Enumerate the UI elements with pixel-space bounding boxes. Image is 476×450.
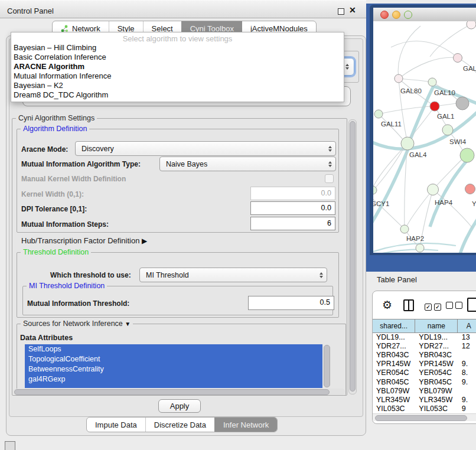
hub-definition-toggle[interactable]: Hub/Transcription Factor Definition ▶ bbox=[21, 236, 147, 245]
combo-arrows-icon bbox=[316, 272, 327, 278]
mi-steps-input[interactable]: 6 bbox=[250, 217, 335, 230]
settings-scrollbar[interactable] bbox=[348, 119, 357, 394]
attribute-list-item[interactable]: gal4RGexp bbox=[25, 374, 322, 384]
mi-threshold-group-title: MI Threshold Definition bbox=[27, 282, 107, 290]
network-edge[interactable] bbox=[373, 243, 456, 253]
table-cell: 12 bbox=[458, 342, 476, 350]
network-node[interactable] bbox=[467, 21, 476, 29]
table-cell: YLR345W bbox=[415, 396, 458, 404]
mi-threshold-label: Mutual Information Threshold: bbox=[27, 299, 129, 308]
which-threshold-combobox[interactable]: MI Threshold bbox=[139, 268, 327, 282]
table-row[interactable]: YPR145WYPR145W9. bbox=[373, 360, 476, 369]
aracne-mode-combobox[interactable]: Discovery bbox=[75, 141, 336, 156]
table-hscrollbar-thumb[interactable] bbox=[375, 415, 467, 421]
bottom-tab-infer-network[interactable]: Infer Network bbox=[214, 418, 277, 432]
table-row[interactable]: YBR045CYBR045C9. bbox=[373, 377, 476, 386]
mi-threshold-input[interactable]: 0.5 bbox=[248, 296, 334, 310]
node-label: GAL7 bbox=[463, 65, 476, 72]
network-edge[interactable] bbox=[373, 249, 438, 253]
sources-group-title: Sources for Network Inference ▼ bbox=[21, 319, 133, 328]
data-attributes-list[interactable]: SelfLoopsTopologicalCoefficientBetweenne… bbox=[25, 344, 322, 388]
network-node[interactable] bbox=[416, 244, 424, 252]
control-panel-titlebar: Control Panel ✕ bbox=[0, 0, 366, 18]
network-node[interactable] bbox=[374, 110, 383, 118]
network-edge[interactable] bbox=[407, 190, 433, 226]
column-header[interactable]: name bbox=[415, 319, 458, 332]
close-icon[interactable]: ✕ bbox=[349, 5, 356, 15]
network-edge[interactable] bbox=[399, 79, 432, 82]
network-node[interactable] bbox=[395, 74, 403, 83]
float-panel-icon[interactable] bbox=[338, 8, 344, 15]
table-row[interactable]: YLR345WYLR345W9. bbox=[373, 395, 476, 404]
close-traffic-light[interactable] bbox=[380, 11, 389, 19]
network-node[interactable] bbox=[465, 184, 475, 194]
attributes-scrollbar-thumb[interactable] bbox=[324, 345, 330, 387]
bottom-tab-discretize-data[interactable]: Discretize Data bbox=[145, 418, 214, 432]
dropdown-item[interactable]: Mutual Information Inference bbox=[11, 71, 344, 81]
threshold-definition-title: Threshold Definition bbox=[21, 248, 91, 256]
network-edge[interactable] bbox=[398, 26, 420, 79]
minimize-traffic-light[interactable] bbox=[392, 11, 400, 19]
table-row[interactable]: YBL079WYBL079W bbox=[373, 386, 476, 395]
attributes-hscrollbar-thumb[interactable] bbox=[14, 389, 330, 395]
table-hscrollbar[interactable] bbox=[373, 413, 476, 421]
network-node[interactable] bbox=[428, 184, 439, 195]
split-columns-icon[interactable] bbox=[403, 299, 414, 311]
table-cell: 9. bbox=[458, 360, 476, 368]
network-edge[interactable] bbox=[391, 41, 458, 58]
gear-icon[interactable]: ⚙ bbox=[382, 298, 392, 312]
network-node[interactable] bbox=[401, 137, 414, 150]
settings-scrollbar-thumb[interactable] bbox=[350, 121, 356, 392]
network-edge[interactable] bbox=[459, 216, 476, 253]
table-row[interactable]: YIL053CYIL053C9 bbox=[373, 405, 476, 413]
file-icon[interactable] bbox=[467, 298, 476, 312]
chevron-right-icon: ▶ bbox=[142, 237, 147, 245]
column-header[interactable]: A bbox=[458, 319, 476, 332]
attributes-hscrollbar[interactable] bbox=[13, 389, 345, 395]
zoom-traffic-light[interactable] bbox=[404, 11, 412, 19]
network-node[interactable] bbox=[428, 78, 436, 86]
table-row[interactable]: YBR043CYBR043C bbox=[373, 350, 476, 359]
bottom-tabbar: Impute DataDiscretize DataInfer Network bbox=[86, 417, 278, 432]
network-edge[interactable] bbox=[399, 57, 458, 79]
mi-algorithm-type-combobox[interactable]: Naive Bayes bbox=[159, 156, 336, 171]
table-row[interactable]: YDL19...YDL19...13 bbox=[373, 332, 476, 341]
algorithm-dropdown-list: Select algorithm to view settings Bayesi… bbox=[11, 32, 344, 102]
unchecked-boxes-icon[interactable] bbox=[446, 302, 462, 311]
network-node[interactable] bbox=[442, 125, 453, 135]
bottom-tab-impute-data[interactable]: Impute Data bbox=[87, 418, 145, 432]
table-row[interactable]: YDR27...YDR27...12 bbox=[373, 341, 476, 350]
column-header[interactable]: shared... bbox=[373, 319, 415, 332]
hub-definition-label: Hub/Transcription Factor Definition bbox=[21, 236, 139, 245]
node-label: GCY1 bbox=[373, 200, 389, 207]
table-row[interactable]: YER054CYER054C8. bbox=[373, 369, 476, 377]
kernel-width-input[interactable]: 0.0 bbox=[250, 187, 335, 200]
dropdown-item[interactable]: Bayesian – Hill Climbing bbox=[11, 43, 344, 53]
which-threshold-value: MI Threshold bbox=[140, 271, 316, 279]
dropdown-prompt: Select algorithm to view settings bbox=[11, 32, 344, 43]
attribute-list-item[interactable]: BetweennessCentrality bbox=[25, 364, 322, 374]
network-node[interactable] bbox=[430, 102, 439, 111]
attribute-list-item[interactable]: TopologicalCoefficient bbox=[25, 354, 322, 364]
network-node[interactable] bbox=[456, 97, 469, 110]
network-edge[interactable] bbox=[433, 190, 472, 228]
network-window: GAL7GAL80GAL10GAL1GAL11SWI4GAL4GCY1HAP4Y… bbox=[370, 5, 476, 255]
checked-boxes-icon[interactable]: ✓✓ bbox=[425, 302, 441, 311]
manual-kernel-width-checkbox[interactable] bbox=[325, 174, 334, 183]
network-window-titlebar[interactable] bbox=[373, 8, 476, 22]
network-canvas[interactable]: GAL7GAL80GAL10GAL1GAL11SWI4GAL4GCY1HAP4Y… bbox=[373, 21, 476, 253]
dropdown-item[interactable]: Dream8 DC_TDC Algorithm bbox=[11, 90, 344, 100]
dpi-tolerance-input[interactable]: 0.0 bbox=[250, 201, 335, 215]
network-node[interactable] bbox=[454, 54, 462, 63]
network-edge[interactable] bbox=[407, 86, 433, 146]
which-threshold-label: Which threshold to use: bbox=[50, 271, 131, 279]
apply-button[interactable]: Apply bbox=[158, 399, 201, 413]
attribute-list-item[interactable]: SelfLoops bbox=[25, 344, 322, 354]
dropdown-item[interactable]: Bayesian – K2 bbox=[11, 81, 344, 90]
collapsed-panel-icon[interactable] bbox=[5, 441, 15, 450]
dropdown-item[interactable]: ARACNE Algorithm bbox=[11, 62, 344, 71]
dropdown-item[interactable]: Basic Correlation Inference bbox=[11, 53, 344, 62]
network-node[interactable] bbox=[460, 148, 474, 162]
network-node[interactable] bbox=[400, 225, 409, 233]
data-attributes-label: Data Attributes bbox=[20, 334, 73, 342]
